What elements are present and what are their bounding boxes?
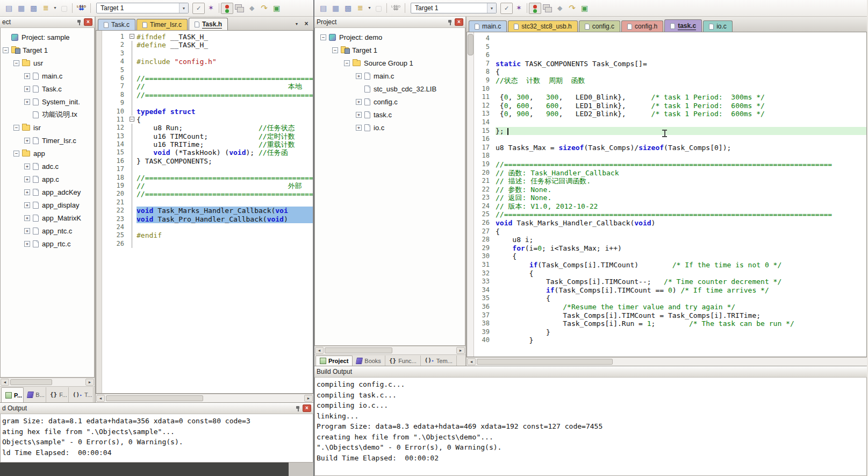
panel-tab-func[interactable]: {}Func... <box>385 356 421 366</box>
close-icon[interactable]: × <box>303 404 311 412</box>
expand-icon[interactable]: + <box>356 112 362 118</box>
code-line[interactable]: 31 if(Task_Comps[i].TIMCount) /* If the … <box>474 261 866 269</box>
scroll-thumb[interactable] <box>10 379 52 385</box>
tab-timer_isr.c[interactable]: Timer_Isr.c <box>137 19 188 30</box>
build-icon[interactable]: ▦ <box>15 3 27 14</box>
code-line[interactable]: 17u8 Tasks_Max = sizeof(Task_Comps)/size… <box>474 144 866 152</box>
code-line[interactable]: 17 <box>102 165 313 173</box>
code-line[interactable]: 38 Task_Comps[i].Run = 1; /* The task ca… <box>474 319 866 328</box>
code-line[interactable]: 2#define __TASK_H_ <box>102 41 313 49</box>
tree-item-app_adckey[interactable]: +app_adcKey <box>1 186 94 198</box>
scroll-left-icon[interactable]: ◄ <box>1 379 9 386</box>
expand-icon[interactable]: + <box>24 228 30 234</box>
debug-icon[interactable] <box>221 3 233 14</box>
code-line[interactable]: 26void Task_Marks_Handler_Callback(void) <box>474 219 866 228</box>
pin-icon[interactable] <box>295 405 300 412</box>
collapse-icon[interactable]: − <box>332 47 338 53</box>
panel-tab-tem[interactable]: ()Tem... <box>421 356 457 366</box>
tree-item-adc.c[interactable]: +adc.c <box>1 160 94 173</box>
wand-icon[interactable]: ✶ <box>513 3 525 14</box>
panel-tab-p[interactable]: P... <box>1 387 24 402</box>
tree-item-isr[interactable]: −isr <box>1 121 94 134</box>
code-line[interactable]: 24// 版本: V1.0, 2012-10-22 <box>474 202 866 211</box>
code-line[interactable]: 7// 本地 <box>102 82 313 90</box>
tree-item-task.c[interactable]: +task.c <box>315 108 465 121</box>
scroll-thumb[interactable] <box>477 359 613 365</box>
expand-icon[interactable]: + <box>24 189 30 195</box>
pack-icon[interactable]: ▣ <box>578 3 591 14</box>
expand-icon[interactable]: + <box>24 73 30 79</box>
collapse-icon[interactable]: − <box>320 34 326 40</box>
horizontal-scrollbar[interactable]: ◄ <box>467 357 867 366</box>
tree-item-target-1[interactable]: −Target 1 <box>315 44 465 56</box>
panel-tab-books[interactable]: Books <box>353 356 385 366</box>
caret-icon[interactable]: ▼ <box>52 3 58 14</box>
expand-icon[interactable]: + <box>24 241 30 247</box>
scroll-thumb[interactable] <box>106 395 203 401</box>
chevron-down-icon[interactable]: ▼ <box>487 3 496 13</box>
tree-item-usr[interactable]: −usr <box>1 56 94 69</box>
expand-icon[interactable]: + <box>356 125 362 131</box>
scroll-right-icon[interactable]: ► <box>456 347 465 354</box>
code-line[interactable]: 32 { <box>474 269 866 278</box>
code-line[interactable]: 13 u16 TIMCount; //定时计数 <box>102 132 313 140</box>
windows-icon[interactable] <box>541 3 554 14</box>
tab-main.c[interactable]: main.c <box>469 20 507 32</box>
collapse-icon[interactable]: − <box>13 60 19 66</box>
tab-config.h[interactable]: config.h <box>621 20 663 32</box>
code-line[interactable]: 33 Task_Comps[i].TIMCount--; /* Time cou… <box>474 278 866 286</box>
tree-item-main.c[interactable]: +main.c <box>315 69 465 82</box>
debug-icon[interactable] <box>529 3 541 14</box>
rebuild-icon[interactable]: ▩ <box>27 3 40 14</box>
code-line[interactable]: 5 <box>474 43 866 52</box>
batch-icon[interactable]: ≣ <box>40 3 52 14</box>
tab-task.c[interactable]: Task.c <box>98 19 135 30</box>
translate-icon[interactable]: ▤ <box>317 3 329 14</box>
fold-collapse-icon[interactable]: − <box>130 117 134 122</box>
code-line[interactable]: 13 {0, 900, 900, LED2_Blink}, /* task 1 … <box>474 110 866 118</box>
code-line[interactable]: 8{ <box>474 68 866 76</box>
tree-item-io.c[interactable]: +io.c <box>315 121 465 134</box>
collapse-icon[interactable]: − <box>13 125 19 131</box>
tree-item-system_init.[interactable]: +System_init. <box>1 95 94 108</box>
code-line[interactable]: 15}; <box>474 127 866 136</box>
code-line[interactable]: 6 <box>474 51 866 60</box>
close-icon[interactable]: × <box>455 18 463 26</box>
horizontal-scrollbar[interactable]: ◄ ► <box>314 346 465 354</box>
code-line[interactable]: 19// 外部 <box>102 182 313 190</box>
fold-collapse-icon[interactable]: − <box>130 34 134 39</box>
code-line[interactable]: 16} TASK_COMPONENTS; <box>102 157 313 165</box>
code-line[interactable]: 10typedef struct <box>102 108 313 116</box>
panel-tab-b[interactable]: B... <box>24 387 46 402</box>
code-line[interactable]: 16 <box>474 135 866 144</box>
tree-item--.tx[interactable]: 功能说明.tx <box>1 108 94 121</box>
tree-item-project-sample[interactable]: Project: sample <box>1 31 94 44</box>
expand-icon[interactable]: + <box>24 202 30 208</box>
expand-icon[interactable]: + <box>24 164 30 169</box>
expand-icon[interactable]: + <box>24 86 30 92</box>
scroll-left-icon[interactable]: ◄ <box>467 358 476 365</box>
rebuild-icon[interactable]: ▩ <box>342 3 354 14</box>
stop-icon[interactable]: ▢ <box>58 3 70 14</box>
code-line[interactable]: 20//====================================… <box>102 190 313 198</box>
checkbox-icon[interactable]: ✓ <box>500 3 513 14</box>
tab-task.c[interactable]: task.c <box>664 19 702 32</box>
horizontal-scrollbar[interactable]: ◄ ► <box>96 394 313 402</box>
undo-icon[interactable]: ↷ <box>258 3 270 14</box>
code-line[interactable]: 40 } <box>474 336 866 345</box>
chevron-down-icon[interactable]: ▼ <box>179 3 188 13</box>
pin-icon[interactable] <box>76 19 82 26</box>
undo-icon[interactable]: ↷ <box>566 3 578 14</box>
code-line[interactable]: 4 <box>474 34 866 43</box>
tree-item-project-demo[interactable]: −Project: demo <box>315 31 465 44</box>
translate-icon[interactable]: ▤ <box>3 3 15 14</box>
expand-icon[interactable]: + <box>24 99 30 105</box>
code-line[interactable]: 22// 参数: None. <box>474 186 866 194</box>
code-line[interactable]: 26 <box>102 240 313 248</box>
panel-tab-f[interactable]: {}F... <box>46 387 69 402</box>
load-icon[interactable]: ⇊LOAD <box>74 3 89 14</box>
expand-icon[interactable]: + <box>356 99 362 105</box>
caret-icon[interactable]: ▼ <box>367 3 372 14</box>
code-line[interactable]: 6//=====================================… <box>102 74 313 82</box>
tab-list-dropdown-icon[interactable]: ▼ <box>292 20 301 29</box>
